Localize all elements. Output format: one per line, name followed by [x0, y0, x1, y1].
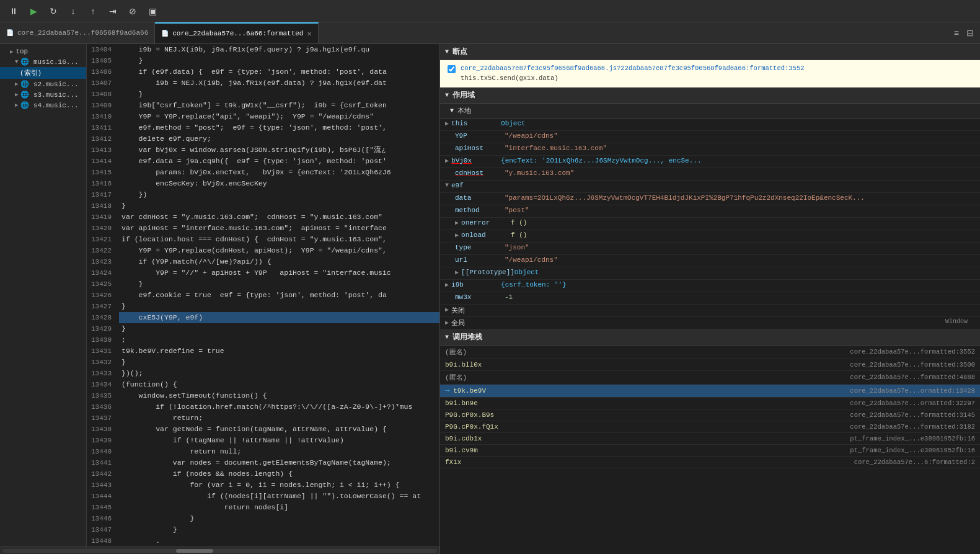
scope-val-mw3x: -1 [505, 293, 973, 301]
callstack-location: core_22dabaa57e...formatted:3500 [850, 361, 975, 369]
line-number: 13407 [87, 78, 119, 89]
scope-expand-proto[interactable]: ▶ [455, 269, 459, 276]
breakpoints-header[interactable]: ▼ 断点 [440, 44, 980, 60]
line-number: 13413 [87, 145, 119, 156]
left-panel: ▶ top ▼ 🌐 music.16... (索引) ▶ 🌐 s2.music.… [0, 44, 440, 554]
split-editor-button[interactable]: ⊟ [964, 27, 976, 39]
scope-key-onload: onload [461, 231, 511, 239]
step-over-button[interactable]: ↻ [45, 2, 62, 20]
scope-val-onerror: f () [511, 219, 973, 226]
line-content: e9f.cookie = true e9f = {type: 'json', m… [119, 290, 439, 301]
callstack-item[interactable]: P9G.cP0x.B9score_22dabaa57e...formatted:… [440, 409, 980, 421]
tab-formatted[interactable]: 📄 core_22dabaa57e...6a66:formatted ✕ [155, 22, 318, 43]
line-content: for (var i = 0, ii = nodes.length; i < i… [119, 480, 439, 491]
tree-item-top[interactable]: ▶ top [0, 47, 86, 56]
scope-val-method: "post" [505, 207, 973, 214]
tree-item-music[interactable]: ▼ 🌐 music.16... [0, 56, 86, 67]
scope-expand-close[interactable]: ▶ [445, 306, 449, 313]
line-content: t9k.be9V.redefine = true [119, 346, 439, 357]
callstack-item[interactable]: →t9k.be9Vcore_22dabaa57e...ormatted:1342… [440, 385, 980, 398]
code-line-13421: 13421if (location.host === cdnHost) { cd… [87, 234, 439, 245]
scope-expand-this[interactable]: ▶ [445, 120, 449, 127]
scope-i9b: ▶ i9b {csrf_token: ''} [440, 280, 980, 292]
scope-expand-onload[interactable]: ▶ [455, 231, 459, 239]
callstack-item[interactable]: (匿名)core_22dabaa57e...formatted:3552 [440, 346, 980, 359]
code-editor[interactable]: 13404 i9b = NEJ.X(i9b, j9a.fR1x(e9f.quer… [87, 44, 439, 547]
main-layout: ▶ top ▼ 🌐 music.16... (索引) ▶ 🌐 s2.music.… [0, 44, 980, 554]
top-toolbar: ⏸ ▶ ↻ ↓ ↑ ⇥ ⊘ ▣ [0, 0, 980, 22]
line-content: var cdnHost = "y.music.163.com"; cdnHost… [119, 212, 439, 223]
tree-label-top: top [15, 48, 28, 55]
code-line-13414: 13414 e9f.data = j9a.cq9h({ e9f = {type:… [87, 156, 439, 167]
tree-label-s2: 🌐 s2.music... [20, 80, 78, 88]
line-number: 13423 [87, 256, 119, 267]
scope-onload: ▶ onload f () [440, 230, 980, 243]
tree-item-s4[interactable]: ▶ 🌐 s4.music... [0, 100, 86, 110]
scrollbar-thumb[interactable] [176, 549, 213, 553]
line-content: } [119, 301, 439, 312]
line-content: params: bVj0x.encText, bVj0x = {encText:… [119, 167, 439, 178]
scope-expand-bvj0x[interactable]: ▶ [445, 157, 449, 164]
scope-expand-e9f[interactable]: ▼ [445, 182, 449, 189]
code-line-13407: 13407 i9b = NEJ.X(i9b, j9a.fR1x(e9f.data… [87, 78, 439, 89]
breakpoint-checkbox[interactable] [448, 65, 456, 73]
code-line-13411: 13411 e9f.method = "post"; e9f = {type: … [87, 122, 439, 133]
scope-key-global: 全局 [451, 318, 501, 328]
toggle-button[interactable]: ▣ [144, 2, 161, 20]
line-content: . [119, 535, 439, 547]
breakpoints-content: core_22dabaa57e87fe3c95f06568f9ad6a66.js… [440, 60, 980, 87]
callstack-item[interactable]: (匿名)core_22dabaa57e...formatted:4888 [440, 371, 980, 385]
scope-val-type: "json" [505, 244, 973, 251]
scope-url: url "/weapi/cdns" [440, 255, 980, 267]
tree-item-s3[interactable]: ▶ 🌐 s3.music... [0, 89, 86, 100]
line-number: 13437 [87, 413, 119, 424]
callstack-item[interactable]: b9i.cdb1xpt_frame_index_...e38961952fb:1… [440, 433, 980, 445]
scrollbar-track[interactable] [2, 549, 437, 553]
local-scope-header[interactable]: ▼ 本地 [440, 104, 980, 118]
horizontal-scrollbar[interactable] [0, 547, 439, 554]
line-number: 13415 [87, 167, 119, 178]
code-line-13438: 13438 var getNode = function(tagName, at… [87, 424, 439, 435]
scope-expand-global[interactable]: ▶ [445, 319, 449, 326]
scope-key-this: this [451, 120, 501, 127]
deactivate-button[interactable]: ⊘ [124, 2, 141, 20]
tab-source[interactable]: 📄 core_22dabaa57e...f06568f9ad6a66 [0, 22, 155, 43]
step-into-button[interactable]: ↓ [64, 2, 82, 20]
more-tabs-button[interactable]: ≡ [951, 27, 961, 39]
breakpoints-arrow: ▼ [445, 48, 449, 55]
scope-key-url: url [455, 256, 505, 264]
pause-button[interactable]: ⏸ [5, 2, 22, 20]
line-number: 13442 [87, 468, 119, 480]
callstack-item[interactable]: b9i.bll0xcore_22dabaa57e...formatted:350… [440, 359, 980, 371]
scope-expand-onerror[interactable]: ▶ [455, 219, 459, 226]
callstack-name: P9G.cP0x.B9s [445, 411, 494, 419]
scope-expand-i9b[interactable]: ▶ [445, 281, 449, 288]
scope-bvj0x: ▶ bVj0x {encText: '2O1LxQh6z...J6SMzyVwt… [440, 156, 980, 168]
callstack-item[interactable]: b9i.bn9ecore_22dabaa57e...ormatted:32297 [440, 398, 980, 409]
resume-button[interactable]: ▶ [25, 2, 42, 20]
callstack-header[interactable]: ▼ 调用堆栈 [440, 329, 980, 346]
tab-close-button[interactable]: ✕ [307, 29, 311, 38]
callstack-item[interactable]: b9i.cv9mpt_frame_index_...e38961952fb:16 [440, 445, 980, 457]
scope-key-close: 关闭 [451, 306, 501, 315]
code-line-13439: 13439 if (!tagName || !attrName || !attr… [87, 435, 439, 446]
callstack-item[interactable]: P9G.cP0x.fQ1xcore_22dabaa57e...formatted… [440, 421, 980, 433]
continue-button[interactable]: ⇥ [104, 2, 121, 20]
scope-header[interactable]: ▼ 作用域 [440, 87, 980, 104]
line-number: 13405 [87, 55, 119, 66]
tree-item-index[interactable]: (索引) [0, 67, 86, 79]
callstack-location: core_22dabaa57e...ormatted:13428 [850, 387, 975, 395]
tree-arrow-s2: ▶ [15, 81, 18, 87]
callstack-item[interactable]: fX1xcore_22dabaa57e...6:formatted:2 [440, 457, 980, 468]
code-line-13445: 13445 return nodes[i] [87, 502, 439, 513]
code-line-13412: 13412 delete e9f.query; [87, 133, 439, 145]
file-tree: ▶ top ▼ 🌐 music.16... (索引) ▶ 🌐 s2.music.… [0, 44, 87, 547]
code-line-13424: 13424 Y9P = "//" + apiHost + Y9P apiHost… [87, 267, 439, 279]
line-content: if (!location.href.match(/^https?:\/\//(… [119, 401, 439, 413]
line-number: 13406 [87, 66, 119, 78]
tab-bar: 📄 core_22dabaa57e...f06568f9ad6a66 📄 cor… [0, 22, 980, 44]
tree-item-s2[interactable]: ▶ 🌐 s2.music... [0, 79, 86, 89]
step-out-button[interactable]: ↑ [84, 2, 102, 20]
line-content: } [119, 357, 439, 368]
code-line-13410: 13410 Y9P = Y9P.replace("api", "weapi");… [87, 111, 439, 122]
